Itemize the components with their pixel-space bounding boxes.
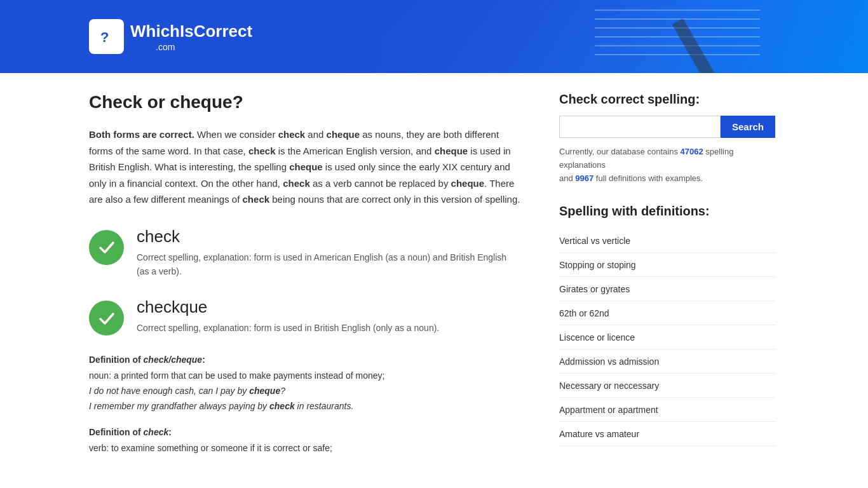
- definition-body-2: verb: to examine something or someone if…: [89, 441, 521, 456]
- db-info: Currently, our database contains 47062 s…: [559, 146, 775, 185]
- definition-title-1: Definition of check/cheque:: [89, 355, 521, 365]
- definition-verb-line: verb: to examine something or someone if…: [89, 441, 521, 456]
- spelling-link-item: Necessary or neccessary: [559, 374, 775, 398]
- spelling-link[interactable]: Addmission vs admission: [559, 356, 659, 367]
- definition-body-1: noun: a printed form that can be used to…: [89, 369, 521, 414]
- definition-check-cheque: Definition of check/cheque: noun: a prin…: [89, 355, 521, 414]
- spelling-link[interactable]: Liscence or licence: [559, 332, 635, 342]
- header-decoration: [582, 0, 773, 73]
- spelling-link[interactable]: Stopping or stoping: [559, 260, 636, 270]
- count-definitions-link[interactable]: 9967: [575, 173, 593, 183]
- word-description-checkque: Correct spelling, explanation: form is u…: [137, 321, 439, 335]
- spelling-link[interactable]: Appartment or apartment: [559, 405, 658, 415]
- definition-title-2: Definition of check:: [89, 427, 521, 437]
- logo-icon: ?: [89, 19, 124, 54]
- site-header: ? WhichIsCorrect .com: [0, 0, 868, 73]
- check-icon: [89, 230, 124, 265]
- spelling-section-title: Spelling with definitions:: [559, 204, 775, 219]
- spelling-link-item: Stopping or stoping: [559, 253, 775, 277]
- logo-text: WhichIsCorrect .com: [130, 22, 252, 52]
- spelling-link-item: Girates or gyrates: [559, 277, 775, 301]
- word-entry-checkque: checkque Correct spelling, explanation: …: [89, 297, 521, 336]
- spelling-link-item: Amature vs amateur: [559, 422, 775, 446]
- main-content: Check or cheque? Both forms are correct.…: [89, 92, 521, 468]
- search-section-title: Check correct spelling:: [559, 92, 775, 107]
- logo[interactable]: ? WhichIsCorrect .com: [89, 19, 252, 54]
- spelling-link[interactable]: Necessary or neccessary: [559, 381, 659, 391]
- word-heading-check: check: [137, 227, 521, 247]
- word-heading-checkque: checkque: [137, 297, 439, 317]
- definition-example-2: I remember my grandfather always paying …: [89, 399, 521, 414]
- word-entry-check: check Correct spelling, explanation: for…: [89, 227, 521, 279]
- spelling-link-item: Addmission vs admission: [559, 349, 775, 374]
- intro-paragraph: Both forms are correct. When we consider…: [89, 126, 521, 208]
- definition-check: Definition of check: verb: to examine so…: [89, 427, 521, 456]
- page-wrapper: Check or cheque? Both forms are correct.…: [0, 73, 868, 487]
- spelling-link[interactable]: Girates or gyrates: [559, 284, 630, 294]
- definition-example-1: I do not have enough cash, can I pay by …: [89, 384, 521, 399]
- search-button[interactable]: Search: [721, 116, 775, 138]
- spelling-link[interactable]: 62th or 62nd: [559, 308, 609, 318]
- check-icon-2: [89, 301, 124, 336]
- page-title: Check or cheque?: [89, 92, 521, 112]
- spelling-links-list: Vertical vs verticleStopping or stopingG…: [559, 229, 775, 446]
- word-description-check: Correct spelling, explanation: form is u…: [137, 250, 521, 279]
- svg-text:?: ?: [100, 29, 109, 45]
- spelling-link-item: Vertical vs verticle: [559, 229, 775, 253]
- definition-noun-line: noun: a printed form that can be used to…: [89, 369, 521, 384]
- search-input[interactable]: [559, 116, 721, 138]
- spelling-link-item: Appartment or apartment: [559, 398, 775, 422]
- spelling-link[interactable]: Amature vs amateur: [559, 429, 639, 439]
- sidebar: Check correct spelling: Search Currently…: [559, 92, 775, 468]
- word-entry-checkque-content: checkque Correct spelling, explanation: …: [137, 297, 439, 335]
- spelling-link-item: Liscence or licence: [559, 325, 775, 349]
- spelling-link[interactable]: Vertical vs verticle: [559, 236, 630, 246]
- spelling-link-item: 62th or 62nd: [559, 301, 775, 325]
- search-box: Search: [559, 116, 775, 138]
- count-spellings-link[interactable]: 47062: [681, 147, 703, 156]
- word-entry-check-content: check Correct spelling, explanation: for…: [137, 227, 521, 279]
